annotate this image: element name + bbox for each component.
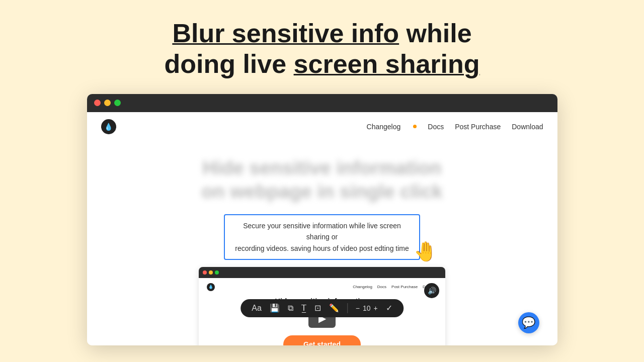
counter-value: 10 xyxy=(363,304,371,312)
desc-line1: Secure your sensitive information while … xyxy=(243,222,401,241)
check-icon[interactable]: ✓ xyxy=(386,303,392,313)
hero-section: Blur sensitive info while doing live scr… xyxy=(154,0,490,94)
nav-post-purchase[interactable]: Post Purchase xyxy=(455,123,501,131)
bottom-toolbar: Aa 💾 ⧉ T̲ ⊡ ✏️ − 10 + ✓ xyxy=(240,299,404,317)
desc-box: Secure your sensitive information while … xyxy=(224,214,420,260)
sound-button[interactable]: 🔊 xyxy=(424,283,439,298)
minus-button[interactable]: − xyxy=(356,304,360,312)
blurred-headline: Hide sensitive information on webpage in… xyxy=(87,141,557,209)
hero-line2-start: doing live xyxy=(164,49,286,78)
dot-yellow[interactable] xyxy=(104,100,111,106)
font-icon[interactable]: Aa xyxy=(252,304,262,313)
pen-icon[interactable]: ✏️ xyxy=(329,303,339,313)
text-icon[interactable]: T̲ xyxy=(301,303,306,313)
nested-dot-red xyxy=(203,270,207,275)
nav-changelog[interactable]: Changelog xyxy=(367,123,401,131)
nav-docs[interactable]: Docs xyxy=(428,123,444,131)
dot-green[interactable] xyxy=(114,100,121,106)
copy-icon[interactable]: ⧉ xyxy=(288,304,293,313)
blurred-line1: Hide sensitive information xyxy=(87,156,557,180)
toolbar-divider xyxy=(347,303,348,313)
nested-dot-yellow xyxy=(209,270,213,275)
nested-nav: 💧 Changelog Docs Post Purchase Downl... xyxy=(199,283,445,291)
browser-content: 💧 Changelog Docs Post Purchase Download … xyxy=(87,112,557,345)
blurred-line2: on webpage in single click xyxy=(87,180,557,204)
nav-links: Changelog Docs Post Purchase Download xyxy=(367,123,543,131)
nested-chrome xyxy=(199,267,445,278)
cta-button-partial[interactable]: Get started xyxy=(283,335,361,345)
browser-chrome xyxy=(87,94,557,112)
crop-icon[interactable]: ⊡ xyxy=(314,303,321,313)
save-icon[interactable]: 💾 xyxy=(270,303,280,313)
nav-logo[interactable]: 💧 xyxy=(101,119,116,134)
chat-bubble-button[interactable]: 💬 xyxy=(518,312,539,333)
plus-button[interactable]: + xyxy=(374,304,378,312)
nested-nav-logo: 💧 xyxy=(207,283,215,291)
nested-nav-docs: Docs xyxy=(377,285,386,289)
browser-window: 💧 Changelog Docs Post Purchase Download … xyxy=(87,94,557,345)
nested-nav-post-purchase: Post Purchase xyxy=(391,285,418,289)
cursor-hand-icon: 🤚 xyxy=(414,236,437,267)
changelog-dot xyxy=(413,125,417,128)
desc-line2: recording videos. saving hours of video … xyxy=(235,244,409,252)
hero-line1-underline: Blur sensitive info xyxy=(172,19,399,48)
hero-line1-rest: while xyxy=(407,19,472,48)
nested-dot-green xyxy=(215,270,219,275)
nav-download[interactable]: Download xyxy=(512,123,543,131)
nested-nav-changelog: Changelog xyxy=(353,285,372,289)
dot-red[interactable] xyxy=(94,100,101,106)
toolbar-counter: − 10 + xyxy=(356,304,378,312)
hero-line2-underline: screen sharing xyxy=(294,49,480,78)
inner-nav: 💧 Changelog Docs Post Purchase Download xyxy=(87,112,557,141)
